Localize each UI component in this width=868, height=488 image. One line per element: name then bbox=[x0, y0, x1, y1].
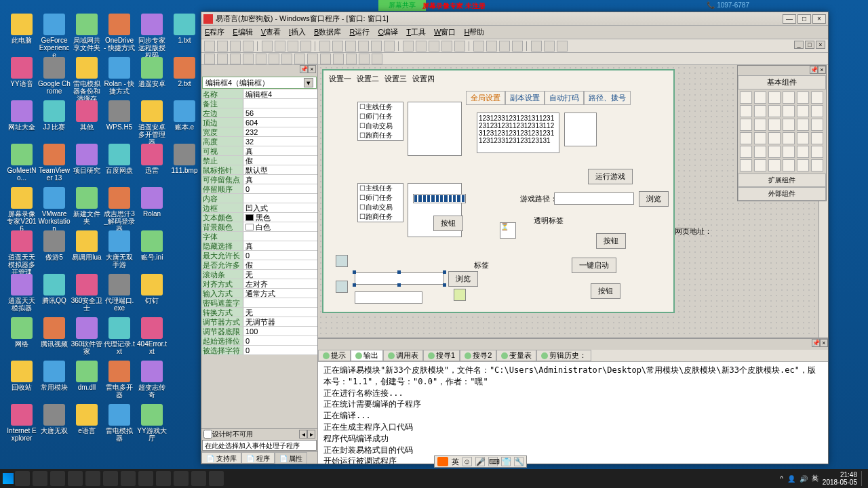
desktop-icon[interactable]: 屏幕录像专家V2016 bbox=[5, 187, 38, 232]
toolbox-component[interactable] bbox=[768, 159, 781, 171]
toolbar-button[interactable] bbox=[429, 41, 439, 52]
component-icon-2[interactable] bbox=[336, 281, 348, 293]
desktop-icon[interactable]: Internet Explorer bbox=[5, 404, 38, 442]
task-list-1[interactable]: ☐主线任务☐师门任务☐自动交易☐跑商任务 bbox=[357, 102, 403, 141]
property-row[interactable]: 被选择字符数0 bbox=[201, 346, 317, 355]
toolbar-button[interactable] bbox=[230, 41, 241, 52]
desktop-icon[interactable]: 逍遥天天模拟器 bbox=[5, 274, 38, 312]
desktop-icon[interactable]: 大唐无双 bbox=[38, 404, 71, 434]
desktop-icon[interactable]: 网络 bbox=[5, 317, 38, 348]
toolbox-component[interactable] bbox=[754, 146, 766, 158]
ime-emoji-icon[interactable]: ☺ bbox=[462, 457, 472, 466]
form-main-tabs[interactable]: 设置一设置二设置三设置四 bbox=[329, 74, 435, 84]
property-row[interactable]: 可停留焦点真 bbox=[201, 175, 317, 184]
toolbox-component[interactable] bbox=[797, 119, 809, 131]
desktop-icon[interactable]: 代理记录.txt bbox=[103, 317, 136, 355]
toolbar-button[interactable] bbox=[294, 54, 305, 64]
toolbox-component[interactable] bbox=[740, 132, 752, 144]
tray-up-icon[interactable]: ^ bbox=[780, 475, 783, 483]
toolbar-button[interactable] bbox=[217, 54, 228, 64]
desktop-icon[interactable]: 360软件管家 bbox=[71, 317, 103, 355]
desktop-icon[interactable]: 大唐无双手游 bbox=[103, 230, 136, 268]
toolbar-button[interactable] bbox=[371, 41, 382, 52]
ime-keyboard-icon[interactable]: ⌨ bbox=[488, 457, 498, 466]
image-box[interactable] bbox=[564, 113, 597, 146]
output-tab[interactable]: 变量表 bbox=[496, 350, 536, 361]
toolbar-button[interactable] bbox=[345, 41, 356, 52]
desktop-icon[interactable]: 常用模块 bbox=[38, 361, 71, 391]
chevron-down-icon[interactable]: ▾ bbox=[304, 78, 313, 87]
toolbar-button[interactable] bbox=[346, 54, 357, 64]
toolbar-button[interactable] bbox=[217, 41, 228, 52]
property-row[interactable]: 背景颜色白色 bbox=[201, 222, 317, 232]
property-row[interactable]: 左边56 bbox=[201, 108, 317, 118]
property-row[interactable]: 对齐方式左对齐 bbox=[201, 279, 317, 289]
toolbar-button[interactable] bbox=[454, 41, 465, 52]
empty-panel-1[interactable] bbox=[408, 102, 462, 156]
property-row[interactable]: 转换方式无 bbox=[201, 308, 317, 317]
generic-button-1[interactable]: 按钮 bbox=[433, 216, 463, 231]
desktop-icon[interactable]: 雷电模拟器备份和清缓存 bbox=[71, 57, 103, 102]
form-subtab[interactable]: 全局设置 bbox=[466, 91, 505, 105]
property-row[interactable]: 可视真 bbox=[201, 146, 317, 156]
toolbox-component[interactable] bbox=[768, 105, 781, 117]
desktop-icon[interactable]: 新建文件夹 bbox=[71, 187, 103, 225]
property-row[interactable]: 字体 bbox=[201, 232, 317, 241]
menu-item[interactable]: H帮助 bbox=[464, 27, 484, 37]
desktop-icon[interactable]: 百度网盘 bbox=[103, 144, 136, 174]
desktop-icon[interactable]: YY游戏大厅 bbox=[136, 404, 168, 442]
toolbar-button[interactable] bbox=[320, 54, 331, 64]
menu-item[interactable]: C编译 bbox=[378, 27, 398, 37]
toolbar-button[interactable] bbox=[358, 41, 369, 52]
toolbox-component[interactable] bbox=[797, 92, 809, 104]
toolbar-button[interactable] bbox=[262, 41, 273, 52]
menu-item[interactable]: R运行 bbox=[349, 27, 370, 37]
property-row[interactable]: 鼠标指针默认型 bbox=[201, 165, 317, 175]
desktop-icon[interactable]: 局域网共享文件夹 bbox=[71, 14, 103, 52]
toolbar-button[interactable] bbox=[486, 41, 497, 52]
property-row[interactable]: 起始选择位置0 bbox=[201, 336, 317, 346]
taskbar-app[interactable] bbox=[209, 471, 224, 486]
toolbox-close-icon[interactable]: × bbox=[818, 66, 826, 74]
menubar[interactable]: E程序E编辑V查看I插入B数据库R运行C编译T工具W窗口H帮助 bbox=[201, 26, 828, 39]
tray-people-icon[interactable]: 👤 bbox=[787, 475, 795, 483]
toolbox-component[interactable] bbox=[783, 105, 795, 117]
toolbox-component[interactable] bbox=[768, 119, 781, 131]
toolbox-component[interactable] bbox=[797, 132, 809, 144]
toolbar-button[interactable] bbox=[307, 54, 318, 64]
property-row[interactable]: 是否允许多行假 bbox=[201, 260, 317, 270]
one-key-start-button[interactable]: 一键启动 bbox=[572, 258, 616, 273]
design-time-checkbox[interactable] bbox=[203, 430, 212, 439]
toolbox-component[interactable] bbox=[797, 105, 809, 117]
desktop-icon[interactable]: 1.txt bbox=[168, 14, 201, 44]
output-close-icon[interactable]: × bbox=[820, 339, 828, 347]
property-row[interactable]: 内容 bbox=[201, 194, 317, 203]
toolbox-component[interactable] bbox=[740, 119, 752, 131]
toolbar-button[interactable] bbox=[256, 54, 267, 64]
desktop-icon[interactable]: VMware Workstation bbox=[38, 187, 71, 232]
desktop-icon[interactable]: 超变志传奇 bbox=[136, 361, 168, 399]
property-row[interactable]: 停留顺序0 bbox=[201, 184, 317, 194]
taskbar-app[interactable] bbox=[138, 471, 153, 486]
form-subtab[interactable]: 自动打码 bbox=[545, 91, 584, 105]
menu-item[interactable]: E编辑 bbox=[233, 27, 252, 37]
toolbox-component[interactable] bbox=[740, 105, 752, 117]
task-list-2[interactable]: ☐主线任务☐师门任务☐自动交易☐跑商任务 bbox=[357, 183, 403, 222]
desktop-icon[interactable]: dm.dll bbox=[71, 361, 103, 391]
taskbar[interactable]: ^ 👤 🔊 英 21:482018-05-05 bbox=[0, 469, 868, 488]
output-tab[interactable]: 剪辑历史： bbox=[536, 350, 591, 361]
menu-item[interactable]: W窗口 bbox=[434, 27, 456, 37]
browse-button-1[interactable]: 浏览 bbox=[639, 191, 669, 207]
form-tab[interactable]: 设置二 bbox=[357, 74, 379, 84]
ime-tools-icon[interactable]: 🔧 bbox=[514, 457, 524, 466]
desktop-icon[interactable]: 成吉思汗3_解码登录器 bbox=[103, 187, 136, 232]
toolbox-component[interactable] bbox=[797, 146, 809, 158]
ime-skin-icon[interactable]: 👕 bbox=[501, 457, 511, 466]
toolbox-component[interactable] bbox=[811, 146, 823, 158]
desktop-icon[interactable]: JJ 比赛 bbox=[38, 100, 71, 131]
browse-button-2[interactable]: 浏览 bbox=[448, 271, 478, 287]
toolbar-button[interactable] bbox=[333, 54, 344, 64]
event-selector[interactable]: 在此处选择加入事件处理子程序 bbox=[202, 440, 317, 451]
toolbox-component[interactable] bbox=[754, 105, 766, 117]
desktop-icon[interactable]: 钉钉 bbox=[136, 274, 168, 304]
